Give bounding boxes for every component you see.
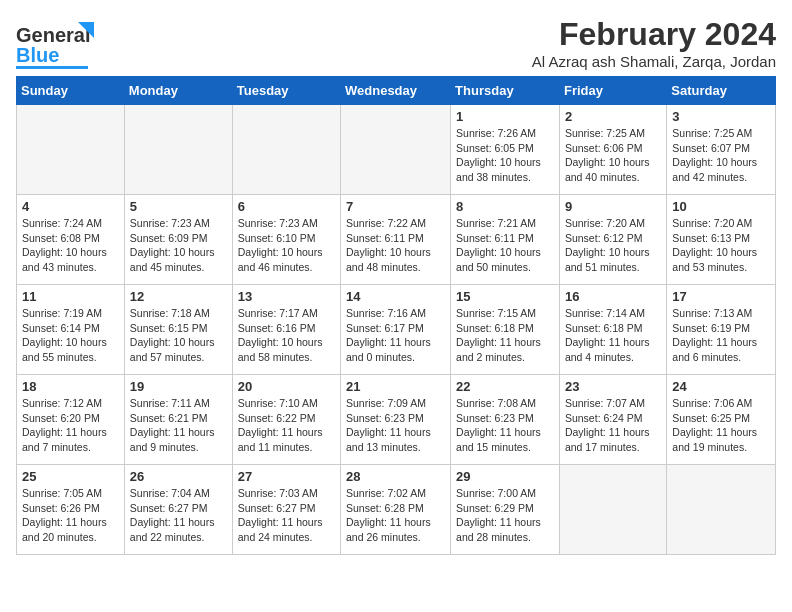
calendar-cell: 4Sunrise: 7:24 AM Sunset: 6:08 PM Daylig… — [17, 195, 125, 285]
day-info: Sunrise: 7:22 AM Sunset: 6:11 PM Dayligh… — [346, 216, 445, 275]
calendar-cell: 25Sunrise: 7:05 AM Sunset: 6:26 PM Dayli… — [17, 465, 125, 555]
day-number: 25 — [22, 469, 119, 484]
day-number: 13 — [238, 289, 335, 304]
title-area: February 2024 Al Azraq ash Shamali, Zarq… — [532, 16, 776, 70]
day-info: Sunrise: 7:13 AM Sunset: 6:19 PM Dayligh… — [672, 306, 770, 365]
calendar-cell: 26Sunrise: 7:04 AM Sunset: 6:27 PM Dayli… — [124, 465, 232, 555]
calendar-header-row: SundayMondayTuesdayWednesdayThursdayFrid… — [17, 77, 776, 105]
day-of-week-header: Thursday — [451, 77, 560, 105]
day-number: 26 — [130, 469, 227, 484]
calendar-cell: 12Sunrise: 7:18 AM Sunset: 6:15 PM Dayli… — [124, 285, 232, 375]
day-number: 11 — [22, 289, 119, 304]
day-info: Sunrise: 7:10 AM Sunset: 6:22 PM Dayligh… — [238, 396, 335, 455]
day-number: 7 — [346, 199, 445, 214]
day-info: Sunrise: 7:23 AM Sunset: 6:09 PM Dayligh… — [130, 216, 227, 275]
day-info: Sunrise: 7:25 AM Sunset: 6:06 PM Dayligh… — [565, 126, 661, 185]
calendar-cell: 22Sunrise: 7:08 AM Sunset: 6:23 PM Dayli… — [451, 375, 560, 465]
calendar-cell: 5Sunrise: 7:23 AM Sunset: 6:09 PM Daylig… — [124, 195, 232, 285]
calendar-cell: 14Sunrise: 7:16 AM Sunset: 6:17 PM Dayli… — [341, 285, 451, 375]
calendar-cell: 2Sunrise: 7:25 AM Sunset: 6:06 PM Daylig… — [559, 105, 666, 195]
day-info: Sunrise: 7:03 AM Sunset: 6:27 PM Dayligh… — [238, 486, 335, 545]
logo-svg: General Blue — [16, 20, 106, 72]
day-of-week-header: Wednesday — [341, 77, 451, 105]
day-info: Sunrise: 7:02 AM Sunset: 6:28 PM Dayligh… — [346, 486, 445, 545]
calendar-week-row: 4Sunrise: 7:24 AM Sunset: 6:08 PM Daylig… — [17, 195, 776, 285]
day-info: Sunrise: 7:17 AM Sunset: 6:16 PM Dayligh… — [238, 306, 335, 365]
calendar-cell: 10Sunrise: 7:20 AM Sunset: 6:13 PM Dayli… — [667, 195, 776, 285]
svg-rect-3 — [16, 66, 88, 69]
calendar-cell: 23Sunrise: 7:07 AM Sunset: 6:24 PM Dayli… — [559, 375, 666, 465]
calendar-cell: 3Sunrise: 7:25 AM Sunset: 6:07 PM Daylig… — [667, 105, 776, 195]
calendar-cell: 7Sunrise: 7:22 AM Sunset: 6:11 PM Daylig… — [341, 195, 451, 285]
header: General Blue February 2024 Al Azraq ash … — [16, 16, 776, 72]
calendar-cell — [232, 105, 340, 195]
calendar-cell: 20Sunrise: 7:10 AM Sunset: 6:22 PM Dayli… — [232, 375, 340, 465]
day-number: 14 — [346, 289, 445, 304]
day-number: 18 — [22, 379, 119, 394]
day-number: 24 — [672, 379, 770, 394]
logo: General Blue — [16, 16, 106, 72]
calendar-cell: 16Sunrise: 7:14 AM Sunset: 6:18 PM Dayli… — [559, 285, 666, 375]
day-of-week-header: Friday — [559, 77, 666, 105]
day-info: Sunrise: 7:21 AM Sunset: 6:11 PM Dayligh… — [456, 216, 554, 275]
day-info: Sunrise: 7:06 AM Sunset: 6:25 PM Dayligh… — [672, 396, 770, 455]
calendar-cell: 13Sunrise: 7:17 AM Sunset: 6:16 PM Dayli… — [232, 285, 340, 375]
day-info: Sunrise: 7:26 AM Sunset: 6:05 PM Dayligh… — [456, 126, 554, 185]
svg-text:Blue: Blue — [16, 44, 59, 66]
day-of-week-header: Tuesday — [232, 77, 340, 105]
day-info: Sunrise: 7:09 AM Sunset: 6:23 PM Dayligh… — [346, 396, 445, 455]
calendar-cell: 27Sunrise: 7:03 AM Sunset: 6:27 PM Dayli… — [232, 465, 340, 555]
day-number: 5 — [130, 199, 227, 214]
day-of-week-header: Sunday — [17, 77, 125, 105]
day-info: Sunrise: 7:11 AM Sunset: 6:21 PM Dayligh… — [130, 396, 227, 455]
svg-text:General: General — [16, 24, 90, 46]
calendar-week-row: 11Sunrise: 7:19 AM Sunset: 6:14 PM Dayli… — [17, 285, 776, 375]
day-number: 10 — [672, 199, 770, 214]
day-info: Sunrise: 7:24 AM Sunset: 6:08 PM Dayligh… — [22, 216, 119, 275]
month-year: February 2024 — [532, 16, 776, 53]
day-number: 20 — [238, 379, 335, 394]
day-number: 15 — [456, 289, 554, 304]
day-number: 17 — [672, 289, 770, 304]
day-number: 3 — [672, 109, 770, 124]
day-info: Sunrise: 7:16 AM Sunset: 6:17 PM Dayligh… — [346, 306, 445, 365]
day-number: 12 — [130, 289, 227, 304]
day-number: 27 — [238, 469, 335, 484]
day-number: 21 — [346, 379, 445, 394]
day-info: Sunrise: 7:20 AM Sunset: 6:12 PM Dayligh… — [565, 216, 661, 275]
day-number: 4 — [22, 199, 119, 214]
day-info: Sunrise: 7:04 AM Sunset: 6:27 PM Dayligh… — [130, 486, 227, 545]
calendar-cell — [559, 465, 666, 555]
calendar-week-row: 18Sunrise: 7:12 AM Sunset: 6:20 PM Dayli… — [17, 375, 776, 465]
day-number: 28 — [346, 469, 445, 484]
day-number: 29 — [456, 469, 554, 484]
calendar-cell — [124, 105, 232, 195]
day-number: 1 — [456, 109, 554, 124]
calendar-week-row: 25Sunrise: 7:05 AM Sunset: 6:26 PM Dayli… — [17, 465, 776, 555]
day-info: Sunrise: 7:19 AM Sunset: 6:14 PM Dayligh… — [22, 306, 119, 365]
calendar-cell: 29Sunrise: 7:00 AM Sunset: 6:29 PM Dayli… — [451, 465, 560, 555]
day-number: 2 — [565, 109, 661, 124]
day-info: Sunrise: 7:18 AM Sunset: 6:15 PM Dayligh… — [130, 306, 227, 365]
calendar-cell: 18Sunrise: 7:12 AM Sunset: 6:20 PM Dayli… — [17, 375, 125, 465]
calendar-cell: 28Sunrise: 7:02 AM Sunset: 6:28 PM Dayli… — [341, 465, 451, 555]
day-of-week-header: Monday — [124, 77, 232, 105]
day-number: 6 — [238, 199, 335, 214]
calendar-cell — [17, 105, 125, 195]
location: Al Azraq ash Shamali, Zarqa, Jordan — [532, 53, 776, 70]
day-info: Sunrise: 7:00 AM Sunset: 6:29 PM Dayligh… — [456, 486, 554, 545]
day-number: 19 — [130, 379, 227, 394]
day-info: Sunrise: 7:12 AM Sunset: 6:20 PM Dayligh… — [22, 396, 119, 455]
calendar-week-row: 1Sunrise: 7:26 AM Sunset: 6:05 PM Daylig… — [17, 105, 776, 195]
calendar-cell: 17Sunrise: 7:13 AM Sunset: 6:19 PM Dayli… — [667, 285, 776, 375]
day-info: Sunrise: 7:23 AM Sunset: 6:10 PM Dayligh… — [238, 216, 335, 275]
calendar-cell: 15Sunrise: 7:15 AM Sunset: 6:18 PM Dayli… — [451, 285, 560, 375]
day-number: 8 — [456, 199, 554, 214]
day-info: Sunrise: 7:25 AM Sunset: 6:07 PM Dayligh… — [672, 126, 770, 185]
day-info: Sunrise: 7:07 AM Sunset: 6:24 PM Dayligh… — [565, 396, 661, 455]
calendar-cell — [667, 465, 776, 555]
day-info: Sunrise: 7:20 AM Sunset: 6:13 PM Dayligh… — [672, 216, 770, 275]
day-info: Sunrise: 7:08 AM Sunset: 6:23 PM Dayligh… — [456, 396, 554, 455]
day-number: 16 — [565, 289, 661, 304]
calendar-cell: 9Sunrise: 7:20 AM Sunset: 6:12 PM Daylig… — [559, 195, 666, 285]
